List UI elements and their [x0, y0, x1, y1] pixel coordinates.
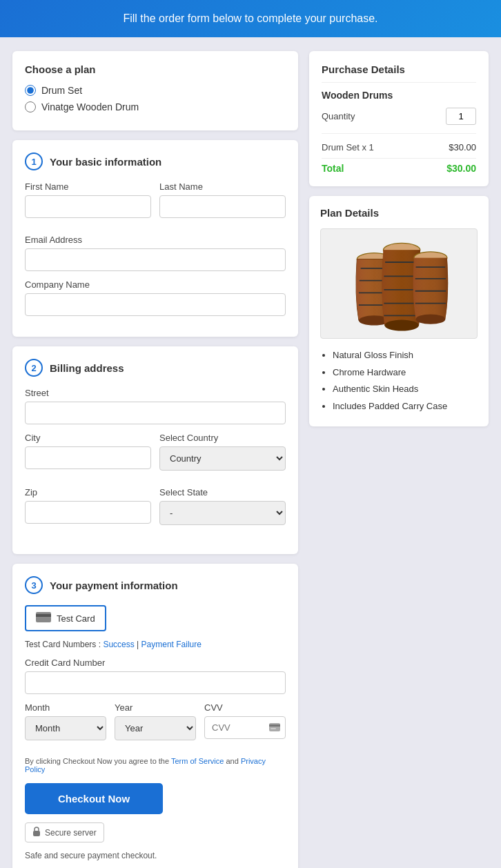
plan-label-drum-set: Drum Set	[41, 85, 82, 96]
card-icon	[36, 612, 51, 624]
total-row: Total $30.00	[322, 158, 476, 174]
product-name: Wooden Drums	[322, 90, 476, 101]
city-label: City	[25, 433, 151, 443]
cvv-card-icon	[269, 722, 280, 733]
zip-input[interactable]	[25, 501, 151, 524]
year-label: Year	[115, 702, 196, 713]
features-list: Natural Gloss Finish Chrome Hardware Aut…	[320, 347, 478, 415]
company-group: Company Name	[25, 279, 286, 316]
email-input[interactable]	[25, 248, 286, 271]
first-name-group: First Name	[25, 181, 151, 218]
purchase-details-title: Purchase Details	[322, 63, 476, 83]
cc-number-group: Credit Card Number	[25, 658, 286, 694]
plan-title: Choose a plan	[25, 63, 286, 75]
svg-rect-1	[36, 614, 51, 617]
month-group: Month Month 010203 040506 070809 101112	[25, 702, 106, 740]
secure-badge: Secure server	[25, 822, 104, 842]
year-select[interactable]: Year 202420252026 202720282029	[115, 716, 196, 740]
feature-4: Includes Padded Carry Case	[333, 398, 478, 415]
cc-number-input[interactable]	[25, 671, 286, 694]
cvv-group: CVV	[204, 702, 286, 740]
svg-rect-4	[271, 728, 276, 729]
plan-details-title: Plan Details	[320, 207, 478, 219]
plan-details-card: Plan Details	[309, 196, 489, 426]
month-select[interactable]: Month 010203 040506 070809 101112	[25, 716, 106, 740]
payment-header: 3 Your payment information	[25, 576, 286, 594]
plan-radio-vintage[interactable]	[25, 101, 36, 112]
secure-badge-wrapper: Secure server	[25, 822, 286, 848]
banner-text: Fill the order form below to complete yo…	[123, 12, 377, 24]
street-label: Street	[25, 388, 286, 398]
failure-link[interactable]: Payment Failure	[141, 640, 202, 649]
zip-label: Zip	[25, 487, 151, 497]
drums-image	[320, 228, 478, 339]
state-group: Select State - Alabama Alaska California	[159, 487, 286, 525]
lock-icon	[32, 827, 41, 838]
city-group: City	[25, 433, 151, 471]
cvv-label: CVV	[204, 702, 286, 713]
email-label: Email Address	[25, 235, 286, 245]
plan-label-vintage: Vinatge Wooden Drum	[41, 101, 139, 112]
company-input[interactable]	[25, 293, 286, 316]
last-name-label: Last Name	[159, 181, 286, 192]
state-select[interactable]: - Alabama Alaska California	[159, 501, 286, 525]
divider	[322, 133, 476, 134]
total-price: $30.00	[446, 163, 476, 174]
plan-section: Choose a plan Drum Set Vinatge Wooden Dr…	[12, 51, 298, 130]
basic-info-section: 1 Your basic information First Name Last…	[12, 140, 298, 337]
total-label: Total	[322, 163, 344, 174]
first-name-label: First Name	[25, 181, 151, 192]
card-method-button[interactable]: Test Card	[25, 605, 106, 631]
secure-badge-text: Secure server	[45, 828, 97, 838]
billing-title: Billing address	[50, 362, 124, 374]
quantity-input[interactable]	[446, 108, 476, 125]
first-name-input[interactable]	[25, 195, 151, 218]
quantity-label: Quantity	[322, 111, 355, 121]
tos-link[interactable]: Term of Service	[171, 757, 224, 765]
line-item-row: Drum Set x 1 $30.00	[322, 142, 476, 152]
billing-section: 2 Billing address Street City Select Cou…	[12, 346, 298, 554]
feature-3: Authentic Skin Heads	[333, 381, 478, 398]
city-country-row: City Select Country Country United State…	[25, 433, 286, 479]
svg-rect-3	[269, 724, 280, 727]
plan-option-vintage[interactable]: Vinatge Wooden Drum	[25, 101, 286, 112]
svg-rect-2	[269, 723, 280, 731]
line-item-label: Drum Set x 1	[322, 142, 374, 152]
left-column: Choose a plan Drum Set Vinatge Wooden Dr…	[12, 51, 298, 868]
last-name-input[interactable]	[159, 195, 286, 218]
street-input[interactable]	[25, 402, 286, 424]
checkout-button[interactable]: Checkout Now	[25, 783, 163, 814]
quantity-row: Quantity	[322, 108, 476, 125]
step-3-circle: 3	[25, 576, 43, 594]
payment-title: Your payment information	[50, 580, 178, 591]
state-label: Select State	[159, 487, 286, 497]
zip-state-row: Zip Select State - Alabama Alaska Califo…	[25, 487, 286, 533]
country-label: Select Country	[159, 433, 286, 443]
country-group: Select Country Country United States Uni…	[159, 433, 286, 471]
step-2-circle: 2	[25, 359, 43, 377]
street-group: Street	[25, 388, 286, 424]
svg-rect-5	[33, 831, 40, 836]
svg-point-13	[385, 319, 420, 331]
cc-number-label: Credit Card Number	[25, 658, 286, 668]
month-year-cvv-row: Month Month 010203 040506 070809 101112 …	[25, 702, 286, 749]
safe-text: Safe and secure payment checkout.	[25, 851, 286, 860]
card-method-label: Test Card	[57, 613, 95, 624]
step-1-circle: 1	[25, 152, 43, 170]
test-card-numbers: Test Card Numbers : Success | Payment Fa…	[25, 640, 286, 649]
city-input[interactable]	[25, 446, 151, 469]
country-select[interactable]: Country United States United Kingdom Can…	[159, 446, 286, 471]
feature-1: Natural Gloss Finish	[333, 347, 478, 364]
plan-option-drum-set[interactable]: Drum Set	[25, 85, 286, 96]
success-link[interactable]: Success	[103, 640, 134, 649]
year-group: Year Year 202420252026 202720282029	[115, 702, 196, 740]
basic-info-title: Your basic information	[50, 156, 161, 168]
plan-radio-drum-set[interactable]	[25, 85, 36, 96]
feature-2: Chrome Hardware	[333, 364, 478, 382]
svg-rect-0	[36, 612, 51, 622]
svg-point-20	[416, 314, 446, 324]
payment-section: 3 Your payment information Test Card Tes…	[12, 564, 298, 868]
company-label: Company Name	[25, 279, 286, 290]
top-banner: Fill the order form below to complete yo…	[0, 0, 501, 37]
zip-group: Zip	[25, 487, 151, 525]
